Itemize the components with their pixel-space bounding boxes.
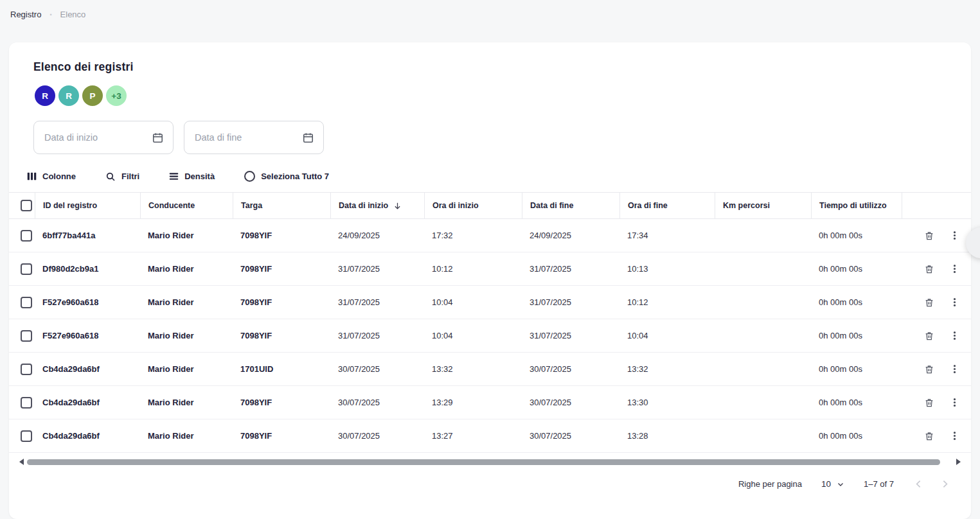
- previous-page-icon[interactable]: [913, 479, 924, 489]
- row-menu-kebab-icon[interactable]: [950, 364, 959, 374]
- row-checkbox[interactable]: [21, 397, 32, 409]
- horizontal-scrollbar: [19, 458, 961, 466]
- column-header-usage[interactable]: Tiempo di utilizzo: [811, 193, 902, 218]
- start-date-cell: 30/07/2025: [330, 364, 424, 374]
- plate-cell: 7098YIF: [233, 331, 330, 340]
- column-header-id[interactable]: ID del registro: [35, 193, 140, 218]
- row-actions-cell: [902, 398, 962, 408]
- start-date-placeholder: Data di inizio: [44, 132, 98, 143]
- plate-cell: 7098YIF: [233, 231, 330, 240]
- row-checkbox-cell: [21, 330, 35, 342]
- delete-icon[interactable]: [924, 331, 934, 341]
- columns-label: Colonne: [42, 172, 76, 181]
- scrollbar-thumb[interactable]: [27, 459, 940, 465]
- end-date-cell: 30/07/2025: [522, 431, 619, 441]
- start-time-cell: 10:12: [424, 264, 522, 274]
- select-all-button[interactable]: Seleziona Tutto 7: [244, 171, 329, 182]
- columns-icon: [27, 172, 37, 181]
- column-header-end-time[interactable]: Ora di fine: [619, 193, 715, 218]
- driver-cell: Mario Rider: [140, 364, 233, 374]
- start-time-cell: 13:32: [424, 364, 522, 374]
- row-checkbox[interactable]: [21, 263, 32, 275]
- register-id-cell: Df980d2cb9a1: [35, 264, 140, 274]
- row-menu-kebab-icon[interactable]: [950, 331, 959, 340]
- end-date-cell: 30/07/2025: [522, 364, 619, 374]
- rows-per-page-select[interactable]: 10: [821, 479, 844, 489]
- filters-button[interactable]: Filtri: [105, 172, 139, 182]
- driver-cell: Mario Rider: [140, 297, 233, 307]
- start-time-cell: 13:27: [424, 431, 522, 441]
- row-checkbox[interactable]: [21, 364, 32, 375]
- register-id-cell: F527e960a618: [35, 297, 140, 307]
- sort-desc-arrow-icon[interactable]: [393, 201, 402, 211]
- column-header-km[interactable]: Km percorsi: [715, 193, 811, 218]
- register-id-cell: Cb4da29da6bf: [35, 364, 140, 374]
- row-menu-kebab-icon[interactable]: [950, 297, 959, 307]
- scroll-left-arrow-icon[interactable]: [19, 459, 24, 465]
- delete-icon[interactable]: [924, 264, 934, 274]
- row-menu-kebab-icon[interactable]: [950, 431, 959, 441]
- row-actions-cell: [902, 364, 962, 374]
- filters-label: Filtri: [121, 172, 139, 181]
- density-label: Densità: [184, 172, 215, 181]
- usage-time-cell: 0h 00m 00s: [811, 398, 902, 407]
- scroll-right-arrow-icon[interactable]: [956, 459, 961, 465]
- column-header-end-date[interactable]: Data di fine: [522, 193, 619, 218]
- row-checkbox[interactable]: [21, 330, 32, 342]
- end-date-input[interactable]: Data di fine: [184, 121, 324, 154]
- table-row: Cb4da29da6bf Mario Rider 7098YIF 30/07/2…: [9, 419, 971, 453]
- delete-icon[interactable]: [924, 398, 934, 408]
- delete-icon[interactable]: [924, 231, 934, 241]
- end-time-cell: 13:28: [619, 431, 715, 441]
- end-date-cell: 24/09/2025: [522, 231, 619, 240]
- start-date-cell: 30/07/2025: [330, 431, 424, 441]
- row-menu-kebab-icon[interactable]: [950, 398, 959, 407]
- driver-cell: Mario Rider: [140, 398, 233, 407]
- row-menu-kebab-icon[interactable]: [950, 231, 959, 240]
- end-date-cell: 30/07/2025: [522, 398, 619, 407]
- start-date-input[interactable]: Data di inizio: [33, 121, 174, 154]
- avatar[interactable]: R: [57, 84, 80, 107]
- end-date-cell: 31/07/2025: [522, 264, 619, 274]
- avatar[interactable]: R: [33, 84, 57, 107]
- row-actions-cell: [902, 297, 962, 308]
- column-header-start-date[interactable]: Data di inizio: [330, 193, 424, 218]
- column-header-start-time[interactable]: Ora di inizio: [424, 193, 522, 218]
- start-date-cell: 31/07/2025: [330, 264, 424, 274]
- row-checkbox[interactable]: [21, 297, 32, 308]
- columns-button[interactable]: Colonne: [27, 172, 76, 181]
- row-checkbox[interactable]: [21, 430, 32, 442]
- row-checkbox-cell: [21, 364, 35, 375]
- density-button[interactable]: Densità: [169, 172, 215, 181]
- end-time-cell: 13:30: [619, 398, 715, 407]
- scrollbar-track[interactable]: [27, 459, 953, 465]
- start-time-cell: 10:04: [424, 297, 522, 307]
- usage-time-cell: 0h 00m 00s: [811, 331, 902, 340]
- end-date-placeholder: Data di fine: [195, 132, 242, 143]
- row-checkbox-cell: [21, 230, 35, 242]
- row-menu-kebab-icon[interactable]: [950, 264, 959, 274]
- plate-cell: 7098YIF: [233, 297, 330, 307]
- driver-cell: Mario Rider: [140, 331, 233, 340]
- delete-icon[interactable]: [924, 297, 934, 308]
- column-header-driver[interactable]: Conducente: [140, 193, 233, 218]
- driver-cell: Mario Rider: [140, 231, 233, 240]
- table-row: Cb4da29da6bf Mario Rider 1701UID 30/07/2…: [9, 353, 971, 386]
- delete-icon[interactable]: [924, 364, 934, 374]
- column-header-label: ID del registro: [43, 201, 97, 210]
- calendar-icon: [152, 132, 164, 144]
- column-header-plate[interactable]: Targa: [233, 193, 330, 218]
- usage-time-cell: 0h 00m 00s: [811, 264, 902, 274]
- next-page-icon[interactable]: [940, 479, 950, 489]
- avatar[interactable]: P: [81, 84, 104, 107]
- breadcrumb-registro[interactable]: Registro: [10, 10, 41, 19]
- avatar[interactable]: +3: [105, 84, 128, 107]
- row-actions-cell: [902, 431, 962, 441]
- register-id-cell: Cb4da29da6bf: [35, 398, 140, 407]
- driver-cell: Mario Rider: [140, 264, 233, 274]
- header-checkbox[interactable]: [21, 200, 32, 211]
- usage-time-cell: 0h 00m 00s: [811, 297, 902, 307]
- delete-icon[interactable]: [924, 431, 934, 441]
- row-checkbox[interactable]: [21, 230, 32, 242]
- column-header-label: Tiempo di utilizzo: [819, 201, 887, 210]
